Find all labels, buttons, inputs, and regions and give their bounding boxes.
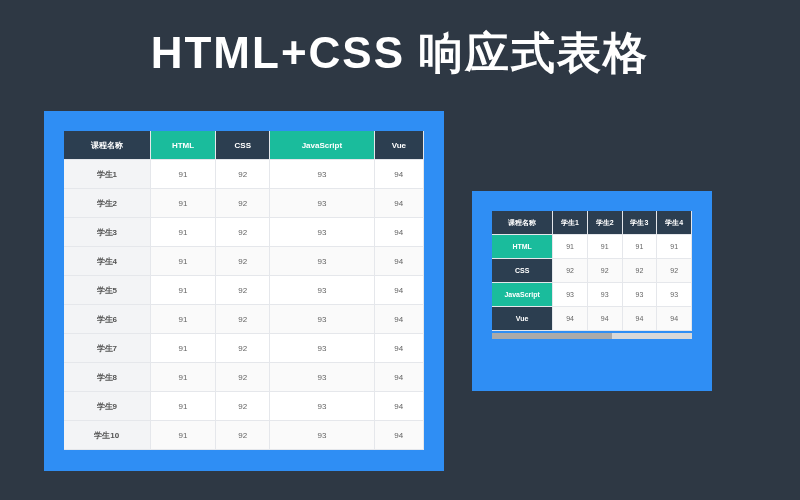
table-row: CSS92929292 [492, 259, 692, 283]
cell-value: 91 [151, 247, 217, 276]
cell-value: 91 [623, 235, 658, 259]
cell-value: 91 [151, 189, 217, 218]
cell-value: 94 [375, 305, 424, 334]
cell-value: 94 [375, 276, 424, 305]
cell-value: 92 [216, 334, 270, 363]
row-header: Vue [492, 307, 553, 331]
mobile-table: 课程名称 学生1 学生2 学生3 学生4 HTML91919191CSS9292… [492, 211, 692, 331]
table-row: JavaScript93939393 [492, 283, 692, 307]
cell-value: 94 [375, 247, 424, 276]
cell-value: 92 [216, 160, 270, 189]
cell-value: 91 [151, 421, 217, 450]
cell-value: 92 [216, 421, 270, 450]
col-header-html: HTML [151, 131, 217, 160]
row-label: 学生2 [64, 189, 151, 218]
cell-value: 92 [623, 259, 658, 283]
col-header-student2: 学生2 [588, 211, 623, 235]
cell-value: 93 [270, 363, 374, 392]
desktop-table-panel: 课程名称 HTML CSS JavaScript Vue 学生191929394… [44, 111, 444, 471]
cell-value: 93 [270, 421, 374, 450]
table-row: 学生191929394 [64, 160, 424, 189]
cell-value: 92 [216, 392, 270, 421]
table-row: 学生791929394 [64, 334, 424, 363]
cell-value: 94 [375, 334, 424, 363]
cell-value: 94 [553, 307, 588, 331]
table-row: 学生291929394 [64, 189, 424, 218]
cell-value: 92 [216, 247, 270, 276]
table-header-row: 课程名称 HTML CSS JavaScript Vue [64, 131, 424, 160]
col-header-vue: Vue [375, 131, 424, 160]
table-row: 学生491929394 [64, 247, 424, 276]
cell-value: 91 [151, 363, 217, 392]
col-header-student3: 学生3 [623, 211, 658, 235]
cell-value: 94 [375, 160, 424, 189]
cell-value: 94 [375, 363, 424, 392]
row-label: 学生9 [64, 392, 151, 421]
cell-value: 92 [216, 218, 270, 247]
col-header-course: 课程名称 [492, 211, 553, 235]
cell-value: 93 [270, 276, 374, 305]
page-title: HTML+CSS 响应式表格 [0, 0, 800, 111]
col-header-student4: 学生4 [657, 211, 692, 235]
cell-value: 94 [375, 218, 424, 247]
cell-value: 94 [623, 307, 658, 331]
panels-container: 课程名称 HTML CSS JavaScript Vue 学生191929394… [0, 111, 800, 471]
table-row: 学生391929394 [64, 218, 424, 247]
cell-value: 92 [657, 259, 692, 283]
cell-value: 92 [216, 189, 270, 218]
table-row: HTML91919191 [492, 235, 692, 259]
cell-value: 93 [657, 283, 692, 307]
table-row: 学生691929394 [64, 305, 424, 334]
cell-value: 91 [151, 218, 217, 247]
cell-value: 93 [270, 305, 374, 334]
cell-value: 91 [151, 160, 217, 189]
row-label: 学生4 [64, 247, 151, 276]
row-label: 学生3 [64, 218, 151, 247]
cell-value: 91 [588, 235, 623, 259]
mobile-table-panel: 课程名称 学生1 学生2 学生3 学生4 HTML91919191CSS9292… [472, 191, 712, 391]
cell-value: 93 [270, 247, 374, 276]
cell-value: 93 [270, 160, 374, 189]
row-header: CSS [492, 259, 553, 283]
cell-value: 93 [588, 283, 623, 307]
cell-value: 91 [553, 235, 588, 259]
row-label: 学生7 [64, 334, 151, 363]
row-label: 学生6 [64, 305, 151, 334]
table-row: Vue94949494 [492, 307, 692, 331]
table-header-row: 课程名称 学生1 学生2 学生3 学生4 [492, 211, 692, 235]
table-row: 学生591929394 [64, 276, 424, 305]
cell-value: 92 [216, 363, 270, 392]
cell-value: 93 [270, 218, 374, 247]
horizontal-scrollbar[interactable] [492, 333, 692, 339]
cell-value: 93 [553, 283, 588, 307]
cell-value: 94 [375, 421, 424, 450]
cell-value: 92 [553, 259, 588, 283]
cell-value: 91 [657, 235, 692, 259]
table-row: 学生991929394 [64, 392, 424, 421]
table-row: 学生1091929394 [64, 421, 424, 450]
row-header: HTML [492, 235, 553, 259]
col-header-javascript: JavaScript [270, 131, 374, 160]
cell-value: 94 [657, 307, 692, 331]
cell-value: 93 [270, 334, 374, 363]
row-header: JavaScript [492, 283, 553, 307]
cell-value: 93 [623, 283, 658, 307]
cell-value: 92 [216, 305, 270, 334]
cell-value: 94 [375, 189, 424, 218]
row-label: 学生10 [64, 421, 151, 450]
cell-value: 91 [151, 276, 217, 305]
cell-value: 93 [270, 392, 374, 421]
cell-value: 91 [151, 305, 217, 334]
cell-value: 91 [151, 392, 217, 421]
cell-value: 94 [588, 307, 623, 331]
row-label: 学生8 [64, 363, 151, 392]
cell-value: 93 [270, 189, 374, 218]
cell-value: 92 [216, 276, 270, 305]
table-row: 学生891929394 [64, 363, 424, 392]
cell-value: 94 [375, 392, 424, 421]
row-label: 学生1 [64, 160, 151, 189]
row-label: 学生5 [64, 276, 151, 305]
cell-value: 92 [588, 259, 623, 283]
col-header-course: 课程名称 [64, 131, 151, 160]
cell-value: 91 [151, 334, 217, 363]
